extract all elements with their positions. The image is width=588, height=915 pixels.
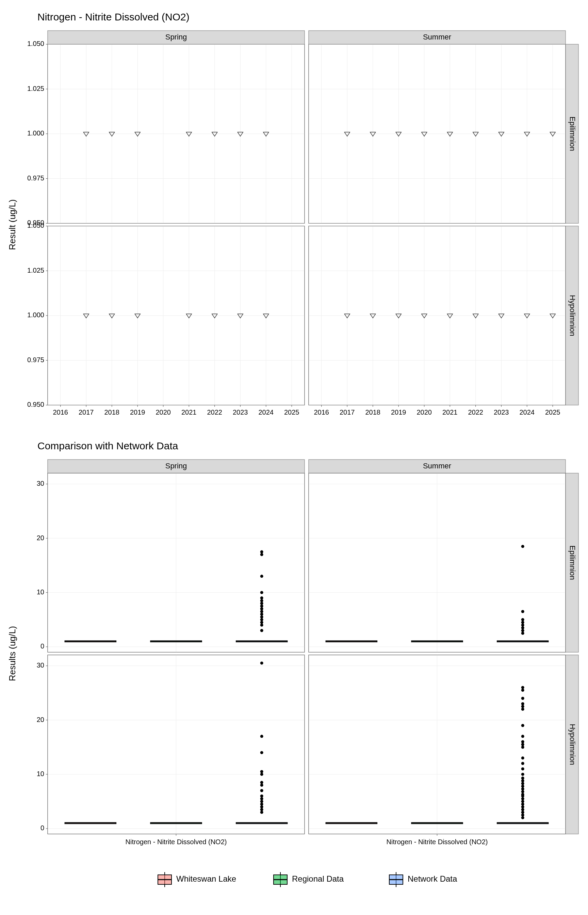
svg-text:2025: 2025	[284, 409, 299, 416]
svg-point-247	[260, 751, 263, 754]
svg-text:2021: 2021	[181, 409, 197, 416]
svg-text:2024: 2024	[258, 409, 274, 416]
svg-point-249	[260, 661, 263, 664]
svg-point-282	[521, 773, 524, 776]
svg-point-182	[260, 602, 263, 605]
svg-text:Nitrogen - Nitrite Dissolved (: Nitrogen - Nitrite Dissolved (NO2)	[386, 838, 488, 845]
svg-point-276	[521, 790, 524, 793]
svg-text:2022: 2022	[468, 409, 483, 416]
svg-point-287	[521, 743, 524, 746]
svg-point-243	[260, 784, 263, 787]
svg-point-179	[260, 610, 263, 613]
svg-text:2017: 2017	[339, 409, 355, 416]
svg-text:2021: 2021	[443, 409, 458, 416]
svg-point-288	[521, 740, 524, 744]
svg-text:1.025: 1.025	[27, 85, 44, 92]
svg-text:30: 30	[37, 480, 44, 487]
svg-point-284	[521, 762, 524, 765]
svg-text:1.000: 1.000	[27, 129, 44, 137]
svg-text:Result (ug/L): Result (ug/L)	[7, 199, 17, 250]
svg-point-279	[521, 782, 524, 785]
svg-point-180	[260, 607, 263, 610]
svg-text:20: 20	[37, 534, 44, 542]
svg-point-238	[260, 803, 263, 806]
svg-point-176	[260, 618, 263, 621]
svg-point-271	[521, 803, 524, 806]
svg-point-273	[521, 797, 524, 800]
svg-text:Spring: Spring	[165, 33, 187, 41]
svg-point-173	[260, 629, 263, 632]
svg-text:Network Data: Network Data	[408, 874, 457, 883]
svg-text:0.950: 0.950	[27, 401, 44, 408]
svg-text:1.050: 1.050	[27, 221, 44, 229]
svg-point-291	[521, 708, 524, 711]
svg-text:Nitrogen - Nitrite Dissolved (: Nitrogen - Nitrite Dissolved (NO2)	[126, 838, 227, 845]
svg-text:Results (ug/L): Results (ug/L)	[7, 626, 17, 681]
svg-text:2023: 2023	[233, 409, 248, 416]
svg-point-239	[260, 800, 263, 803]
svg-text:Summer: Summer	[423, 462, 451, 470]
svg-point-270	[521, 805, 524, 808]
svg-text:Summer: Summer	[423, 33, 451, 41]
svg-point-268	[521, 811, 524, 814]
svg-point-285	[521, 757, 524, 760]
svg-point-235	[260, 811, 263, 814]
svg-text:30: 30	[37, 661, 44, 669]
svg-point-267	[521, 813, 524, 816]
svg-text:Spring: Spring	[165, 462, 187, 470]
svg-text:Regional Data: Regional Data	[292, 874, 344, 883]
svg-point-186	[260, 575, 263, 578]
svg-text:2022: 2022	[207, 409, 223, 416]
svg-point-293	[521, 702, 524, 705]
svg-text:20: 20	[37, 716, 44, 723]
svg-text:2019: 2019	[391, 409, 406, 416]
svg-point-245	[260, 773, 263, 776]
svg-point-295	[521, 689, 524, 692]
svg-point-248	[260, 735, 263, 738]
svg-text:0.975: 0.975	[27, 356, 44, 364]
svg-text:Nitrogen - Nitrite Dissolved (: Nitrogen - Nitrite Dissolved (NO2)	[37, 11, 189, 23]
svg-point-241	[260, 794, 263, 797]
svg-text:2016: 2016	[314, 409, 330, 416]
svg-text:0.975: 0.975	[27, 174, 44, 182]
svg-point-266	[521, 816, 524, 820]
svg-point-290	[521, 724, 524, 727]
svg-text:2017: 2017	[79, 409, 94, 416]
svg-point-207	[521, 621, 524, 624]
svg-point-210	[521, 545, 524, 548]
svg-point-281	[521, 776, 524, 779]
svg-text:Hypolimnion: Hypolimnion	[568, 295, 577, 336]
svg-point-208	[521, 618, 524, 621]
svg-point-240	[260, 797, 263, 800]
svg-point-286	[521, 745, 524, 748]
svg-point-242	[260, 789, 263, 792]
svg-text:Whiteswan Lake: Whiteswan Lake	[176, 874, 236, 883]
charts-svg: Nitrogen - Nitrite Dissolved (NO2)Spring…	[0, 0, 588, 915]
svg-point-177	[260, 616, 263, 619]
svg-point-244	[260, 781, 263, 784]
svg-point-184	[260, 597, 263, 600]
svg-point-272	[521, 800, 524, 803]
svg-text:Comparison with Network Data: Comparison with Network Data	[37, 440, 178, 451]
svg-point-185	[260, 591, 263, 594]
svg-point-292	[521, 705, 524, 708]
svg-point-246	[260, 770, 263, 773]
svg-text:2025: 2025	[545, 409, 561, 416]
svg-text:2024: 2024	[520, 409, 535, 416]
svg-point-205	[521, 626, 524, 629]
svg-point-188	[260, 550, 263, 553]
svg-text:10: 10	[37, 588, 44, 596]
svg-text:Hypolimnion: Hypolimnion	[568, 724, 577, 765]
svg-text:2016: 2016	[53, 409, 68, 416]
svg-point-203	[521, 632, 524, 635]
svg-point-277	[521, 787, 524, 791]
svg-point-283	[521, 767, 524, 770]
svg-point-175	[260, 621, 263, 624]
svg-point-178	[260, 613, 263, 616]
svg-point-237	[260, 805, 263, 808]
svg-point-275	[521, 793, 524, 796]
svg-point-269	[521, 808, 524, 811]
svg-text:2020: 2020	[156, 409, 171, 416]
svg-text:2020: 2020	[417, 409, 432, 416]
svg-text:2018: 2018	[365, 409, 381, 416]
